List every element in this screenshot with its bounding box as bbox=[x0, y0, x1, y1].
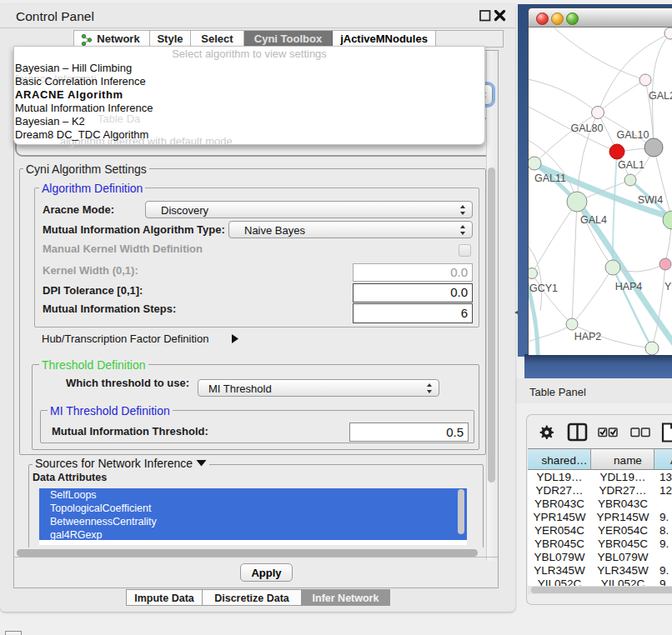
svg-text:GAL1: GAL1 bbox=[618, 159, 644, 171]
svg-text:HAP2: HAP2 bbox=[574, 331, 602, 342]
svg-text:HAP4: HAP4 bbox=[615, 281, 643, 292]
svg-text:GAL11: GAL11 bbox=[534, 172, 566, 184]
svg-text:GAL80: GAL80 bbox=[571, 122, 604, 134]
svg-text:GAL2: GAL2 bbox=[649, 90, 672, 102]
svg-text:GCY1: GCY1 bbox=[529, 282, 558, 294]
svg-text:GAL4: GAL4 bbox=[580, 214, 607, 226]
svg-text:GAL10: GAL10 bbox=[617, 129, 649, 141]
svg-text:SWI4: SWI4 bbox=[638, 194, 664, 206]
svg-text:YEL: YEL bbox=[664, 281, 672, 292]
